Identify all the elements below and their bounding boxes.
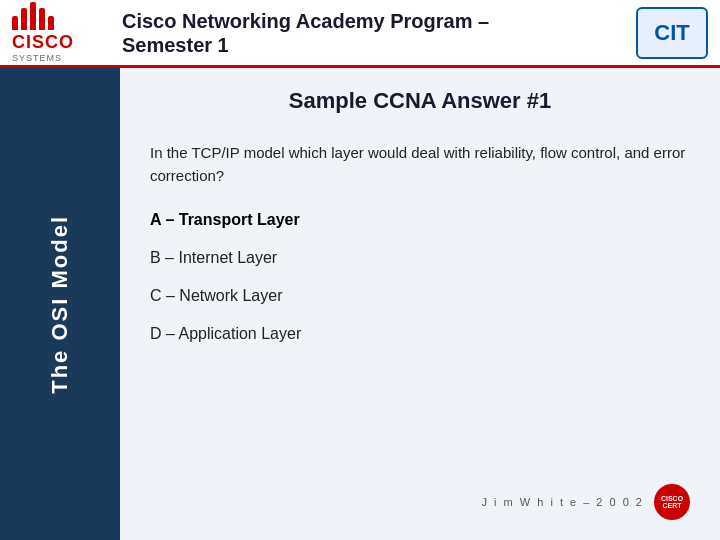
- cisco-bars-icon: [12, 2, 54, 30]
- header-title: Cisco Networking Academy Program – Semes…: [102, 9, 636, 57]
- cisco-wordmark: CISCO: [12, 32, 74, 53]
- title-line1-text: Cisco Networking Academy Program –: [122, 10, 489, 32]
- answer-item: C – Network Layer: [150, 283, 690, 309]
- logo-area: CISCO SYSTEMS: [12, 9, 102, 57]
- sidebar: The OSI Model: [0, 68, 120, 540]
- question-text: In the TCP/IP model which layer would de…: [150, 142, 690, 187]
- answer-list: A – Transport LayerB – Internet LayerC –…: [150, 207, 690, 347]
- cisco-systems-label: SYSTEMS: [12, 53, 62, 63]
- slide-title: Sample CCNA Answer #1: [150, 88, 690, 122]
- cisco-logo: CISCO SYSTEMS: [12, 9, 102, 57]
- title-line1: Cisco Networking Academy Program – Semes…: [122, 9, 636, 57]
- answer-item: D – Application Layer: [150, 321, 690, 347]
- footer: J i m W h i t e – 2 0 0 2CISCO CERT: [150, 468, 690, 520]
- footer-text: J i m W h i t e – 2 0 0 2: [482, 496, 645, 508]
- answer-item: B – Internet Layer: [150, 245, 690, 271]
- cit-label-text: CIT: [654, 20, 689, 46]
- cit-logo: CIT: [636, 7, 708, 59]
- header: CISCO SYSTEMS Cisco Networking Academy P…: [0, 0, 720, 68]
- main-area: The OSI Model Sample CCNA Answer #1 In t…: [0, 68, 720, 540]
- cisco-certified-badge-icon: CISCO CERT: [654, 484, 690, 520]
- title-line2-text: Semester 1: [122, 34, 229, 56]
- sidebar-label: The OSI Model: [47, 215, 73, 394]
- content-area: Sample CCNA Answer #1 In the TCP/IP mode…: [120, 68, 720, 540]
- answer-item: A – Transport Layer: [150, 207, 690, 233]
